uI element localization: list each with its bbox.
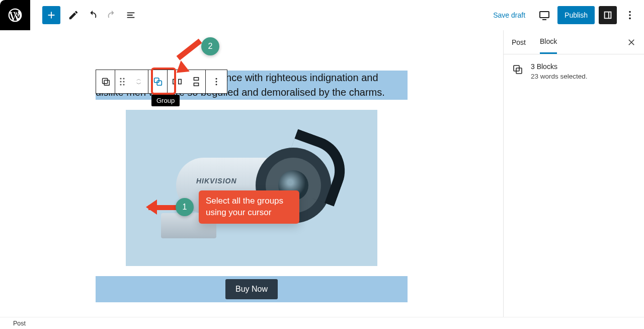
step-badge: 2 <box>201 37 219 55</box>
svg-rect-4 <box>102 79 107 84</box>
svg-point-10 <box>120 84 121 85</box>
svg-point-7 <box>123 78 124 79</box>
undo-icon <box>87 10 98 21</box>
annotation-step-2: 2 <box>201 37 219 55</box>
drag-icon <box>119 77 126 86</box>
block-movers[interactable]: ︿ ﹀ <box>129 70 148 93</box>
redo-button[interactable] <box>103 6 121 24</box>
block-info-subtitle: 23 words selected. <box>531 73 588 80</box>
desktop-icon <box>538 9 550 21</box>
svg-point-19 <box>216 81 217 83</box>
svg-rect-5 <box>104 80 109 85</box>
selected-image-block[interactable]: HIKVISION <box>126 110 377 266</box>
kebab-icon <box>211 77 221 87</box>
undo-button[interactable] <box>84 6 102 24</box>
editor-footer: Post <box>0 317 644 329</box>
svg-point-3 <box>629 18 631 20</box>
copy-icon <box>100 76 111 87</box>
wordpress-icon <box>7 7 23 23</box>
options-button[interactable] <box>621 6 639 24</box>
annotation-step-1: 1 Select all the groups using your curso… <box>140 190 299 224</box>
preview-button[interactable] <box>535 6 553 24</box>
svg-point-8 <box>120 81 121 82</box>
sidebar-icon <box>602 10 613 21</box>
annotation-arrow-1 <box>140 201 179 214</box>
block-options-button[interactable] <box>206 70 227 93</box>
svg-rect-12 <box>154 78 158 83</box>
close-sidebar-button[interactable] <box>627 38 636 47</box>
close-icon <box>627 38 636 47</box>
save-draft-button[interactable]: Save draft <box>487 7 531 23</box>
svg-point-1 <box>629 11 631 13</box>
svg-rect-0 <box>540 12 549 18</box>
annotation-arrow-2 <box>169 50 204 81</box>
step-badge: 1 <box>176 198 194 216</box>
group-button[interactable] <box>148 70 168 93</box>
editor-top-bar: Save draft Publish <box>0 0 644 30</box>
svg-point-2 <box>629 14 631 16</box>
drag-handle[interactable] <box>115 70 129 93</box>
tab-block[interactable]: Block <box>540 30 557 54</box>
settings-toggle-button[interactable] <box>599 6 617 24</box>
group-icon <box>152 76 164 87</box>
edit-mode-button[interactable] <box>64 6 83 24</box>
block-info-title: 3 Blocks <box>531 62 588 71</box>
list-view-button[interactable] <box>122 6 140 24</box>
annotation-callout: Select all the groups using your cursor <box>199 190 299 224</box>
add-block-button[interactable] <box>42 6 60 24</box>
multi-block-icon <box>512 63 524 76</box>
block-toolbar: ︿ ﹀ <box>96 70 227 94</box>
selected-button-block[interactable]: Buy Now <box>96 276 408 302</box>
sidebar-tabs: Post Block <box>504 30 644 54</box>
settings-sidebar: Post Block 3 Blocks 23 words selected. <box>503 30 644 329</box>
block-type-button[interactable] <box>96 70 115 93</box>
svg-rect-17 <box>194 83 198 86</box>
svg-point-11 <box>123 84 124 85</box>
plus-icon <box>46 10 57 21</box>
svg-rect-13 <box>157 81 162 85</box>
tab-post[interactable]: Post <box>512 31 526 53</box>
group-tooltip: Group <box>151 95 180 106</box>
list-view-icon <box>125 10 136 21</box>
editor-canvas[interactable]: ︿ ﹀ Group <box>0 30 503 329</box>
buy-now-button[interactable]: Buy Now <box>225 279 278 299</box>
svg-point-18 <box>216 78 217 80</box>
publish-button[interactable]: Publish <box>557 6 595 24</box>
image-brand-label: HIKVISION <box>196 177 237 185</box>
svg-point-6 <box>120 78 121 79</box>
chevron-down-icon: ﹀ <box>136 82 141 87</box>
wordpress-logo[interactable] <box>0 0 30 30</box>
redo-icon <box>106 10 117 21</box>
block-info-panel: 3 Blocks 23 words selected. <box>504 54 644 88</box>
kebab-icon <box>624 10 635 21</box>
svg-point-20 <box>216 84 217 85</box>
pencil-icon <box>68 10 79 21</box>
svg-point-9 <box>123 81 124 82</box>
breadcrumb[interactable]: Post <box>13 320 26 327</box>
